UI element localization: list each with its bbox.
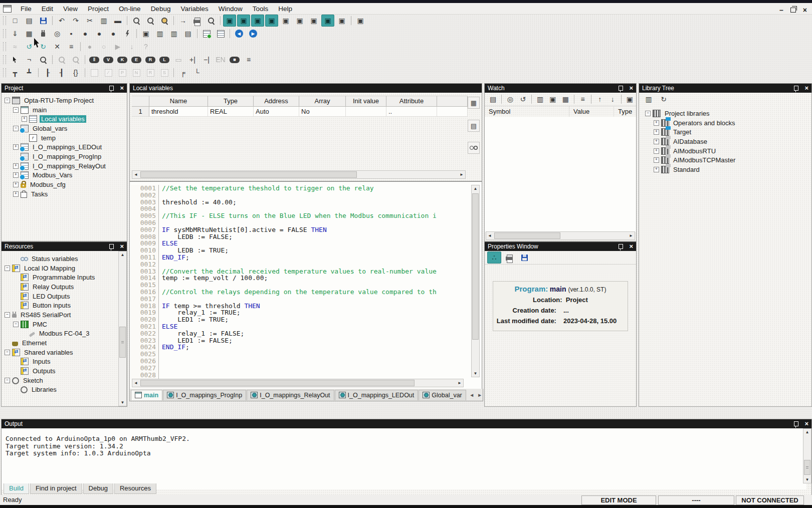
tree-item-local-io-mapping[interactable]: −Local IO Mapping [2, 264, 119, 273]
online-setup-button[interactable]: ↺ [23, 41, 36, 53]
watch-column-symbol[interactable]: Symbol [485, 106, 569, 117]
pin-icon[interactable] [619, 244, 623, 249]
zoom-out-button[interactable] [69, 54, 82, 66]
library-list-button[interactable]: ▥ [642, 93, 656, 105]
contact-closed-button[interactable]: −| [200, 54, 213, 66]
scroll-left-icon[interactable]: ◄ [487, 233, 492, 238]
scroll-right-icon[interactable]: ► [457, 381, 462, 385]
coil-e-button[interactable]: E [130, 54, 143, 66]
copy-button[interactable]: ▥ [97, 15, 110, 27]
select-tool-button[interactable] [9, 54, 22, 66]
comment-box-button[interactable]: ▭ [172, 54, 185, 66]
expand-icon[interactable]: + [13, 182, 19, 187]
collapse-icon[interactable]: − [13, 126, 19, 131]
scroll-up-icon[interactable]: ▲ [119, 252, 126, 257]
tree-item-status-variables[interactable]: Status variables [2, 254, 119, 264]
undo-button[interactable]: ↶ [55, 15, 68, 27]
tree-item-local-variables[interactable]: +Local variables [2, 114, 127, 124]
column-header-attribute[interactable]: Attribute [386, 96, 437, 107]
expand-icon[interactable]: + [654, 129, 659, 135]
scrollbar-thumb[interactable] [140, 380, 415, 386]
close-button[interactable]: × [803, 7, 807, 14]
cell-address[interactable]: Auto [254, 107, 299, 117]
add-watch-list-button[interactable]: ▦ [560, 93, 571, 105]
find-next-button[interactable] [144, 15, 157, 27]
expand-icon[interactable]: + [13, 191, 19, 197]
save-project-button[interactable] [37, 15, 50, 27]
tree-item-tasks[interactable]: +Tasks [2, 189, 127, 199]
tree-item-libraries[interactable]: Libraries [2, 385, 119, 395]
tree-item-temp[interactable]: temp [2, 133, 127, 143]
connect-button[interactable] [37, 28, 50, 40]
variables-browser-button[interactable]: ▥ [167, 28, 180, 40]
clear-list-button[interactable]: ≡ [577, 93, 588, 105]
object-properties-button[interactable]: ∴ [487, 251, 501, 264]
run-mode-2-button[interactable]: ● [93, 28, 106, 40]
scroll-left-icon[interactable]: ◄ [133, 172, 138, 177]
expand-icon[interactable]: + [22, 116, 27, 122]
output-tab-debug[interactable]: Debug [83, 483, 113, 494]
toggle-library-window-button[interactable]: ▣ [265, 15, 278, 27]
output-tab-build[interactable]: Build [4, 483, 29, 494]
menu-help[interactable]: Help [273, 4, 297, 14]
menu-edit[interactable]: Edit [37, 4, 58, 14]
en-eno-button[interactable]: EN [214, 54, 227, 66]
box-negate-button[interactable]: ∕ [102, 67, 115, 79]
cut-button[interactable]: ✂ [83, 15, 96, 27]
cell-attribute[interactable]: .. [386, 107, 437, 117]
table-row[interactable]: 1thresholdREALAutoNo.. [132, 107, 465, 117]
expand-icon[interactable]: + [654, 167, 659, 172]
column-header-address[interactable]: Address [254, 96, 299, 107]
menu-variables[interactable]: Variables [175, 4, 213, 14]
column-header-array[interactable]: Array [299, 96, 346, 107]
coil-k-button[interactable]: K [116, 54, 129, 66]
watch-column-value[interactable]: Value [569, 106, 614, 117]
editor-vertical-scrollbar[interactable]: ▲ ▼ [471, 185, 480, 377]
navigate-back-button[interactable]: ◄ [233, 28, 246, 40]
cell-name[interactable]: threshold [149, 107, 208, 117]
grid-view-button[interactable]: ▦ [468, 97, 480, 109]
scroll-right-icon[interactable]: ► [629, 233, 634, 238]
halt-button[interactable]: ▪ [65, 28, 78, 40]
coil-l-button[interactable]: L [158, 54, 171, 66]
jump-flag-button[interactable]: ╒ [176, 67, 189, 79]
new-project-button[interactable]: □ [9, 15, 22, 27]
debug-step-button[interactable]: ↓ [125, 41, 138, 53]
zoom-tool-button[interactable] [37, 54, 50, 66]
close-icon[interactable]: × [629, 85, 633, 91]
expand-icon[interactable]: + [654, 120, 659, 126]
tree-item-button-inputs[interactable]: Button inputs [2, 301, 119, 310]
save-watch-list-button[interactable]: ▥ [534, 93, 546, 105]
minimize-button[interactable]: – [779, 7, 783, 14]
communication-settings-button[interactable]: ≡ [65, 41, 78, 53]
resources-vertical-scrollbar[interactable]: ▲ ▼ [118, 251, 127, 406]
braces-block-button[interactable]: {} [69, 67, 82, 79]
toggle-properties-window-button[interactable]: ▣ [279, 15, 292, 27]
toggle-tools-window-button[interactable]: ▣ [293, 15, 306, 27]
tree-item-inputs[interactable]: Inputs [2, 357, 119, 367]
fullscreen-button[interactable]: ▣ [354, 15, 367, 27]
cell-init-value[interactable] [346, 107, 386, 117]
editor-tab-main[interactable]: main [131, 390, 162, 400]
scroll-left-icon[interactable]: ◄ [133, 381, 138, 385]
toggle-extra-window-button[interactable]: ▣ [335, 15, 348, 27]
output-tab-find-in-project[interactable]: Find in project [30, 483, 82, 494]
contact-serial-button[interactable]: ┠ [41, 67, 54, 79]
find-in-project-button[interactable] [158, 15, 171, 27]
tree-item-shared-variables[interactable]: −Shared variables [2, 348, 119, 357]
collapse-icon[interactable]: − [5, 378, 10, 383]
close-icon[interactable]: × [629, 243, 633, 249]
coil-r-button[interactable]: R [144, 54, 157, 66]
refresh-values-button[interactable]: ↺ [517, 93, 529, 105]
column-header-blank[interactable] [437, 96, 468, 107]
flash-write-button[interactable] [121, 28, 134, 40]
tree-item-rs485-serialport[interactable]: −RS485 SerialPort [2, 310, 119, 320]
scroll-down-icon[interactable]: ▼ [803, 477, 811, 482]
collapse-icon[interactable]: − [5, 312, 10, 318]
menu-debug[interactable]: Debug [146, 4, 176, 14]
description-view-button[interactable]: ▤ [468, 120, 480, 132]
tree-item-global-vars[interactable]: −Global_vars [2, 124, 127, 133]
scrollbar-thumb[interactable] [494, 232, 560, 239]
menu-on-line[interactable]: On-line [114, 4, 146, 14]
toggle-operators-window-button[interactable]: ▣ [307, 15, 320, 27]
